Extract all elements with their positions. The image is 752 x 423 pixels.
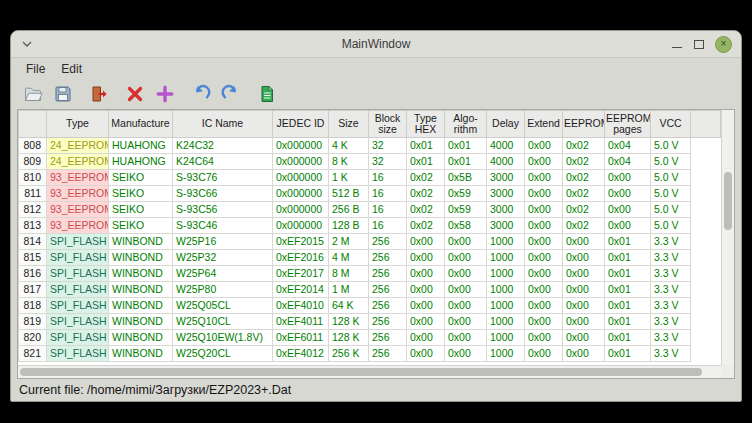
cell[interactable]: 0x01 <box>407 154 445 170</box>
cell[interactable]: 0x00 <box>407 330 445 346</box>
cell[interactable]: 0xEF4012 <box>273 346 329 362</box>
column-header[interactable]: JEDEC ID <box>273 111 329 138</box>
cell[interactable]: 0x00 <box>563 298 605 314</box>
table-row[interactable]: 814SPI_FLASHWINBONDW25P160xEF20152 M2560… <box>19 234 721 250</box>
row-number[interactable]: 816 <box>19 266 47 282</box>
cell[interactable]: 3.3 V <box>651 266 691 282</box>
cell[interactable]: 128 B <box>329 218 369 234</box>
cell[interactable]: 1000 <box>487 234 525 250</box>
row-number[interactable]: 820 <box>19 330 47 346</box>
cell[interactable]: 0x01 <box>445 154 487 170</box>
cell[interactable]: 0x00 <box>525 234 563 250</box>
cell[interactable]: 0x00 <box>525 154 563 170</box>
column-header[interactable]: Type <box>47 111 109 138</box>
cell[interactable]: WINBOND <box>109 298 173 314</box>
cell[interactable]: W25Q10CL <box>173 314 273 330</box>
add-button[interactable] <box>152 81 177 107</box>
cell[interactable]: 0x00 <box>563 250 605 266</box>
cell[interactable]: W25Q20CL <box>173 346 273 362</box>
row-number[interactable]: 809 <box>19 154 47 170</box>
cell[interactable]: 0x02 <box>407 170 445 186</box>
cell[interactable]: 0x000000 <box>273 170 329 186</box>
cell[interactable]: 0x00 <box>407 346 445 362</box>
cell[interactable]: 0x00 <box>605 202 651 218</box>
cell[interactable]: SEIKO <box>109 186 173 202</box>
cell[interactable]: 0x02 <box>563 202 605 218</box>
cell[interactable]: 0x00 <box>445 314 487 330</box>
cell[interactable]: 1000 <box>487 266 525 282</box>
vertical-scrollbar[interactable] <box>721 110 734 365</box>
export-button[interactable] <box>254 81 279 107</box>
table-row[interactable]: 81293_EEPROMSEIKOS-93C560x000000256 B160… <box>19 202 721 218</box>
close-button[interactable]: × <box>715 36 732 53</box>
cell[interactable]: S-93C46 <box>173 218 273 234</box>
cell[interactable]: 0x00 <box>525 138 563 154</box>
table-row[interactable]: 816SPI_FLASHWINBONDW25P640xEF20178 M2560… <box>19 266 721 282</box>
cell[interactable]: WINBOND <box>109 266 173 282</box>
cell[interactable]: 0x01 <box>605 330 651 346</box>
row-number[interactable]: 813 <box>19 218 47 234</box>
cell[interactable]: 0x00 <box>563 234 605 250</box>
cell[interactable]: W25Q05CL <box>173 298 273 314</box>
cell[interactable]: 0x02 <box>407 218 445 234</box>
column-header[interactable]: EEPROM pages <box>605 111 651 138</box>
cell[interactable]: 256 K <box>329 346 369 362</box>
cell[interactable]: SEIKO <box>109 170 173 186</box>
cell[interactable]: 16 <box>369 170 407 186</box>
cell[interactable]: HUAHONG <box>109 154 173 170</box>
cell[interactable]: 0x00 <box>525 186 563 202</box>
table-row[interactable]: 820SPI_FLASHWINBONDW25Q10EW(1.8V)0xEF601… <box>19 330 721 346</box>
cell[interactable]: 0x00 <box>563 266 605 282</box>
cell[interactable]: 256 <box>369 266 407 282</box>
cell[interactable]: 0x00 <box>445 346 487 362</box>
save-button[interactable] <box>50 81 75 107</box>
cell[interactable]: 0x00 <box>407 314 445 330</box>
table-row[interactable]: 80924_EEPROMHUAHONGK24C640x0000008 K320x… <box>19 154 721 170</box>
cell[interactable]: 5.0 V <box>651 218 691 234</box>
cell[interactable]: 0x000000 <box>273 218 329 234</box>
cell[interactable]: 32 <box>369 138 407 154</box>
cell[interactable]: 4 M <box>329 250 369 266</box>
cell[interactable]: 0xEF2015 <box>273 234 329 250</box>
cell[interactable]: 0x01 <box>605 346 651 362</box>
cell[interactable]: SPI_FLASH <box>47 298 109 314</box>
cell[interactable]: 0xEF2016 <box>273 250 329 266</box>
cell[interactable]: 0x02 <box>563 186 605 202</box>
cell[interactable]: 5.0 V <box>651 186 691 202</box>
cell[interactable]: 256 <box>369 282 407 298</box>
cell[interactable]: 3.3 V <box>651 282 691 298</box>
cell[interactable]: 0x000000 <box>273 154 329 170</box>
cell[interactable]: 256 <box>369 250 407 266</box>
delete-button[interactable] <box>122 81 147 107</box>
cell[interactable]: W25P80 <box>173 282 273 298</box>
cell[interactable]: S-93C66 <box>173 186 273 202</box>
titlebar[interactable]: MainWindow × <box>11 31 741 58</box>
cell[interactable]: 0x00 <box>407 250 445 266</box>
cell[interactable]: 1000 <box>487 314 525 330</box>
table-row[interactable]: 815SPI_FLASHWINBONDW25P320xEF20164 M2560… <box>19 250 721 266</box>
cell[interactable]: 0xEF4011 <box>273 314 329 330</box>
column-header[interactable]: Delay <box>487 111 525 138</box>
cell[interactable]: 1000 <box>487 282 525 298</box>
minimize-button[interactable] <box>672 38 682 50</box>
open-button[interactable] <box>20 81 45 107</box>
cell[interactable]: SEIKO <box>109 218 173 234</box>
cell[interactable]: 0xEF2014 <box>273 282 329 298</box>
cell[interactable]: WINBOND <box>109 250 173 266</box>
cell[interactable]: 3000 <box>487 202 525 218</box>
cell[interactable]: W25P32 <box>173 250 273 266</box>
cell[interactable]: 0x000000 <box>273 186 329 202</box>
cell[interactable]: 0x59 <box>445 186 487 202</box>
cell[interactable]: 0x01 <box>605 314 651 330</box>
cell[interactable]: 0x00 <box>407 298 445 314</box>
cell[interactable]: 3.3 V <box>651 314 691 330</box>
cell[interactable]: 4 K <box>329 138 369 154</box>
column-header[interactable]: Block size <box>369 111 407 138</box>
row-number[interactable]: 814 <box>19 234 47 250</box>
cell[interactable]: 256 <box>369 346 407 362</box>
row-number[interactable]: 818 <box>19 298 47 314</box>
maximize-button[interactable] <box>693 39 704 50</box>
cell[interactable]: 0x00 <box>445 298 487 314</box>
cell[interactable]: WINBOND <box>109 234 173 250</box>
cell[interactable]: HUAHONG <box>109 138 173 154</box>
